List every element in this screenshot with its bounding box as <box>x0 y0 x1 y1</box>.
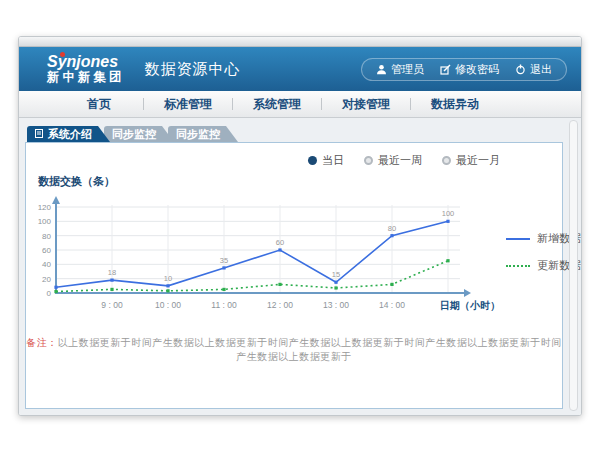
chart-container: 0204060801001209 : 0010 : 0011 : 0012 : … <box>26 191 562 323</box>
radio-selected-icon <box>308 156 317 165</box>
vertical-scrollbar[interactable] <box>569 120 578 411</box>
tab-sync-monitor-1[interactable]: 同步监控 <box>104 126 174 142</box>
logo-accent-dot <box>60 52 65 57</box>
logout-label: 退出 <box>530 62 552 77</box>
svg-text:10: 10 <box>164 274 172 283</box>
footnote-text: 以上数据更新于时间产生数据以上数据更新于时间产生数据以上数据更新于时间产生数据以… <box>58 337 562 362</box>
footnote-prefix: 备注： <box>26 337 58 348</box>
solid-line-sample <box>506 238 530 240</box>
svg-text:60: 60 <box>42 246 51 255</box>
radio-last-month[interactable]: 最近一月 <box>442 153 500 168</box>
radio-today[interactable]: 当日 <box>308 153 344 168</box>
tab-label: 系统介绍 <box>48 126 92 142</box>
tab-sync-monitor-2[interactable]: 同步监控 <box>168 126 238 142</box>
svg-text:12 : 00: 12 : 00 <box>267 300 293 310</box>
radio-unselected-icon <box>364 156 373 165</box>
y-axis-title: 数据交换（条） <box>38 174 562 189</box>
logo-brand-name: Synjones <box>47 54 125 71</box>
svg-text:80: 80 <box>42 232 51 241</box>
nav-item-interface-mgmt[interactable]: 对接管理 <box>322 96 410 113</box>
company-logo: Synjones 新中新集团 <box>47 54 125 84</box>
svg-text:11 : 00: 11 : 00 <box>211 300 237 310</box>
admin-label: 管理员 <box>391 62 424 77</box>
radio-label: 当日 <box>322 153 344 168</box>
svg-text:10 : 00: 10 : 00 <box>155 300 181 310</box>
dotted-line-sample <box>506 265 530 267</box>
svg-text:18: 18 <box>108 268 116 277</box>
nav-item-system-mgmt[interactable]: 系统管理 <box>233 96 321 113</box>
chart-panel: 当日 最近一周 最近一月 数据交换（条） 0204060801001209 : … <box>25 142 563 409</box>
radio-last-week[interactable]: 最近一周 <box>364 153 422 168</box>
svg-text:35: 35 <box>220 256 228 265</box>
app-header: Synjones 新中新集团 数据资源中心 管理员 修改密码 退出 <box>19 47 581 91</box>
nav-item-data-change[interactable]: 数据异动 <box>411 96 499 113</box>
power-icon <box>515 64 526 75</box>
change-password-button[interactable]: 修改密码 <box>440 62 499 77</box>
footnote: 备注：以上数据更新于时间产生数据以上数据更新于时间产生数据以上数据更新于时间产生… <box>26 336 562 364</box>
svg-text:9 : 00: 9 : 00 <box>101 300 123 310</box>
nav-item-home[interactable]: 首页 <box>55 96 143 113</box>
radio-label: 最近一周 <box>378 153 422 168</box>
svg-text:20: 20 <box>42 275 51 284</box>
window-top-edge <box>19 37 581 47</box>
time-range-filter: 当日 最近一周 最近一月 <box>308 153 500 168</box>
svg-text:15: 15 <box>332 270 340 279</box>
radio-unselected-icon <box>442 156 451 165</box>
change-password-label: 修改密码 <box>455 62 499 77</box>
svg-text:120: 120 <box>38 203 52 212</box>
svg-text:100: 100 <box>442 209 455 218</box>
content-area: 系统介绍 同步监控 同步监控 当日 最近一周 <box>19 118 581 415</box>
edit-icon <box>440 64 451 75</box>
logo-company-name: 新中新集团 <box>47 71 125 84</box>
svg-text:60: 60 <box>276 238 284 247</box>
tab-bar: 系统介绍 同步监控 同步监控 <box>27 126 563 142</box>
logout-button[interactable]: 退出 <box>515 62 552 77</box>
nav-item-standard-mgmt[interactable]: 标准管理 <box>144 96 232 113</box>
line-chart: 0204060801001209 : 0010 : 0011 : 0012 : … <box>26 191 504 323</box>
svg-text:14 : 00: 14 : 00 <box>379 300 405 310</box>
svg-text:13 : 00: 13 : 00 <box>323 300 349 310</box>
page-title: 数据资源中心 <box>145 60 241 79</box>
tab-label: 同步监控 <box>112 126 156 142</box>
svg-text:40: 40 <box>42 260 51 269</box>
document-icon <box>35 126 43 142</box>
app-window: Synjones 新中新集团 数据资源中心 管理员 修改密码 退出 <box>18 36 582 416</box>
svg-text:100: 100 <box>38 217 52 226</box>
user-controls: 管理员 修改密码 退出 <box>361 58 567 81</box>
user-icon <box>376 64 387 75</box>
main-nav: 首页 标准管理 系统管理 对接管理 数据异动 <box>19 91 581 118</box>
svg-text:80: 80 <box>388 224 396 233</box>
tab-system-intro[interactable]: 系统介绍 <box>27 126 110 142</box>
svg-text:0: 0 <box>47 289 52 298</box>
tab-label: 同步监控 <box>176 126 220 142</box>
radio-label: 最近一月 <box>456 153 500 168</box>
admin-user-button[interactable]: 管理员 <box>376 62 424 77</box>
svg-text:日期（小时）: 日期（小时） <box>440 300 500 311</box>
